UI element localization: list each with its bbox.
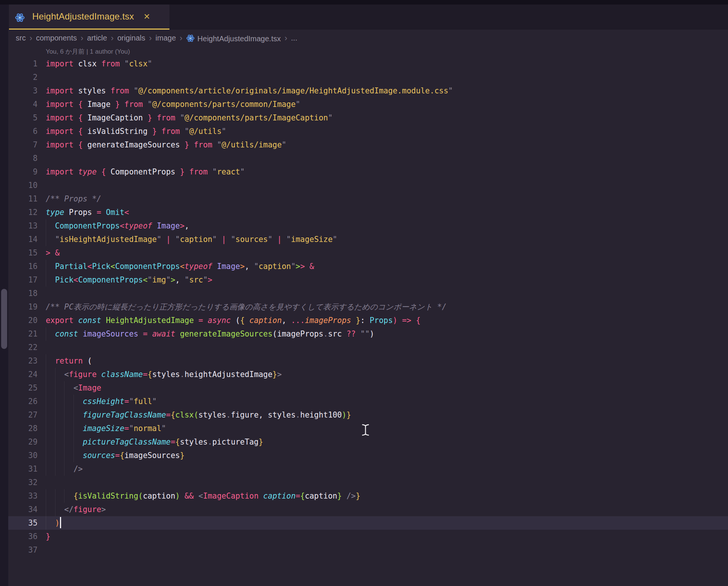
code-line[interactable]: 37: [8, 543, 728, 557]
token: =: [124, 424, 129, 433]
code-line[interactable]: 35): [8, 516, 728, 530]
code-line[interactable]: 34</figure>: [8, 503, 728, 516]
token: "": [360, 329, 370, 338]
token: .: [226, 410, 231, 419]
code-line[interactable]: 22: [8, 341, 728, 354]
code-line[interactable]: 12type Props = Omit<: [8, 206, 728, 219]
left-scrollbar-thumb[interactable]: [1, 289, 7, 349]
code-text: /** Props */: [46, 192, 728, 206]
token: Pick: [92, 262, 110, 271]
breadcrumb-item[interactable]: components: [36, 34, 77, 42]
token: ": [148, 100, 152, 109]
code-line[interactable]: 25<Image: [8, 381, 728, 395]
token: from: [194, 140, 217, 149]
codelens-annotation[interactable]: You, 6 か月前 | 1 author (You): [46, 47, 130, 56]
code-line[interactable]: 1import clsx from "clsx": [8, 57, 728, 71]
token: cssHeight: [83, 397, 124, 406]
code-line[interactable]: 21const imageSources = await generateIma…: [8, 327, 728, 341]
code-text: Partial<Pick<ComponentProps<typeof Image…: [46, 260, 728, 273]
token: =: [115, 451, 120, 460]
breadcrumb-item[interactable]: ...: [291, 34, 297, 42]
code-text: <Image: [46, 381, 728, 395]
token: from: [157, 113, 180, 122]
token: react: [217, 167, 240, 176]
code-line[interactable]: 11/** Props */: [8, 192, 728, 206]
token: }: [115, 100, 124, 109]
code-line[interactable]: 19/** PC表示の時に縦長だったり正方形だったりする画像の高さを見やすくして…: [8, 300, 728, 314]
token: from: [101, 59, 124, 68]
token: className: [101, 370, 143, 379]
code-line[interactable]: 7import { generateImageSources } from "@…: [8, 138, 728, 152]
code-line[interactable]: 16Partial<Pick<ComponentProps<typeof Ima…: [8, 260, 728, 273]
code-line[interactable]: 10: [8, 179, 728, 192]
token: /** PC表示の時に縦長だったり正方形だったりする画像の高さを見やすくして表示…: [46, 302, 446, 311]
token: figure: [73, 505, 101, 514]
token: clsx: [78, 59, 101, 68]
token: <: [120, 221, 124, 230]
breadcrumb-item[interactable]: article: [87, 34, 107, 42]
window-top-edge: [0, 0, 728, 5]
token: ": [203, 275, 208, 284]
token: @/components/parts/common/Image: [152, 100, 296, 109]
code-line[interactable]: 17Pick<ComponentProps<"img">, "src">: [8, 273, 728, 287]
token: }: [273, 370, 277, 379]
code-line[interactable]: 8: [8, 152, 728, 165]
code-line[interactable]: 18: [8, 287, 728, 300]
token: }: [152, 127, 162, 136]
code-line[interactable]: 5import { ImageCaption } from "@/compone…: [8, 111, 728, 125]
tab-heightadjustedimage[interactable]: HeightAdjustedImage.tsx ×: [9, 5, 169, 30]
code-text: cssHeight="full": [46, 395, 728, 408]
indent-guide: [46, 368, 55, 381]
token: }: [148, 113, 157, 122]
token: styles: [180, 437, 208, 446]
code-line[interactable]: 31/>: [8, 462, 728, 476]
token: {: [240, 316, 249, 325]
token: =: [171, 437, 175, 446]
indent-guide: [46, 327, 55, 341]
tab-close-icon[interactable]: ×: [144, 11, 150, 22]
breadcrumb-label: article: [87, 34, 107, 42]
code-text: {isValidString(caption) && <ImageCaption…: [46, 489, 728, 503]
token: ": [129, 397, 133, 406]
breadcrumb-label: originals: [117, 34, 145, 42]
code-line[interactable]: 2: [8, 71, 728, 84]
breadcrumb-item[interactable]: src: [16, 34, 26, 42]
breadcrumb-item[interactable]: HeightAdjustedImage.tsx: [186, 33, 281, 43]
code-text: ): [46, 516, 728, 530]
code-line[interactable]: 30sources={imageSources}: [8, 449, 728, 462]
breadcrumb-item[interactable]: image: [156, 34, 176, 42]
token: Omit: [106, 208, 124, 217]
token: ": [212, 167, 217, 176]
code-line[interactable]: 13ComponentProps<typeof Image>,: [8, 219, 728, 233]
token: from: [111, 86, 134, 95]
token: (: [138, 491, 143, 500]
token: full: [133, 397, 152, 406]
code-line[interactable]: 26cssHeight="full": [8, 395, 728, 408]
token: <: [143, 275, 147, 284]
code-text: import { isValidString } from "@/utils": [46, 125, 728, 138]
code-line[interactable]: 33{isValidString(caption) && <ImageCapti…: [8, 489, 728, 503]
code-text: > &: [46, 246, 728, 260]
token: import: [46, 86, 78, 95]
code-line[interactable]: 4import { Image } from "@/components/par…: [8, 98, 728, 111]
code-editor[interactable]: 1import clsx from "clsx"23import styles …: [8, 57, 728, 557]
indent-guide: [46, 435, 55, 449]
token: Image: [157, 221, 180, 230]
code-line[interactable]: 36}: [8, 530, 728, 543]
breadcrumb-item[interactable]: originals: [117, 34, 145, 42]
code-line[interactable]: 3import styles from "@/components/articl…: [8, 84, 728, 98]
code-line[interactable]: 23return (: [8, 354, 728, 368]
code-line[interactable]: 24<figure className={styles.heightAdjust…: [8, 368, 728, 381]
code-text: import { generateImageSources } from "@/…: [46, 138, 728, 152]
code-line[interactable]: 20export const HeightAdjustedImage = asy…: [8, 314, 728, 327]
code-line[interactable]: 15> &: [8, 246, 728, 260]
indent-guide: [64, 422, 73, 435]
code-line[interactable]: 6import { isValidString } from "@/utils": [8, 125, 728, 138]
code-line[interactable]: 27figureTagClassName={clsx(styles.figure…: [8, 408, 728, 422]
code-lines: 1import clsx from "clsx"23import styles …: [8, 57, 728, 557]
code-line[interactable]: 9import type { ComponentProps } from "re…: [8, 165, 728, 179]
code-line[interactable]: 14"isHeightAdjustedImage" | "caption" | …: [8, 233, 728, 246]
token: ": [134, 86, 138, 95]
token: ": [124, 59, 129, 68]
code-line[interactable]: 32: [8, 476, 728, 489]
